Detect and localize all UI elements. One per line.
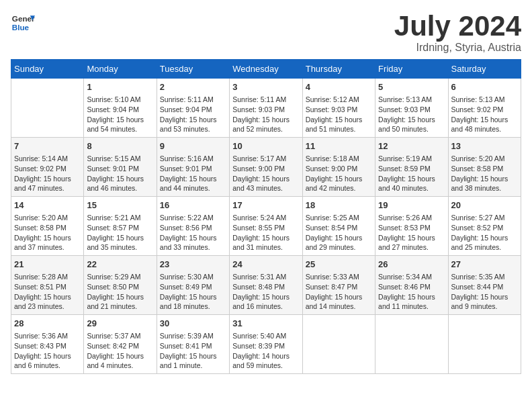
day-info-line: Sunset: 9:03 PM: [232, 105, 299, 115]
day-info-line: and 4 minutes.: [87, 361, 153, 371]
day-info-line: and 18 minutes.: [160, 302, 226, 312]
day-info-line: Sunset: 8:55 PM: [232, 223, 299, 233]
calendar-cell: 30Sunrise: 5:39 AMSunset: 8:41 PMDayligh…: [157, 314, 229, 373]
day-info-line: and 25 minutes.: [451, 242, 518, 253]
calendar-cell: 6Sunrise: 5:13 AMSunset: 9:02 PMDaylight…: [448, 79, 521, 138]
day-info-line: Daylight: 15 hours: [306, 174, 372, 184]
day-info-line: Daylight: 15 hours: [378, 292, 445, 302]
calendar-cell: [302, 314, 375, 373]
day-info-line: Sunset: 9:01 PM: [87, 164, 153, 174]
day-info-line: Sunset: 8:43 PM: [14, 341, 81, 351]
day-info-line: Sunrise: 5:24 AM: [232, 213, 299, 223]
calendar-cell: 9Sunrise: 5:16 AMSunset: 9:01 PMDaylight…: [157, 138, 229, 197]
day-info-line: Daylight: 15 hours: [451, 292, 518, 302]
day-info-line: Sunrise: 5:34 AM: [378, 272, 445, 282]
day-info-line: Daylight: 15 hours: [232, 292, 299, 302]
day-number: 26: [378, 259, 445, 271]
day-info-line: Sunset: 8:58 PM: [14, 223, 81, 233]
day-info-line: and 59 minutes.: [232, 361, 299, 371]
day-info-line: Daylight: 15 hours: [378, 174, 445, 184]
day-number: 6: [451, 81, 518, 93]
day-info-line: Daylight: 15 hours: [378, 233, 445, 243]
day-number: 29: [87, 318, 153, 330]
day-info-line: Sunrise: 5:13 AM: [451, 95, 518, 105]
calendar-cell: [448, 314, 521, 373]
day-info-line: Sunrise: 5:17 AM: [232, 154, 299, 164]
day-number: 5: [378, 81, 445, 93]
day-info-line: Sunset: 9:04 PM: [160, 105, 226, 115]
calendar-cell: 10Sunrise: 5:17 AMSunset: 9:00 PMDayligh…: [230, 138, 302, 197]
calendar-cell: 17Sunrise: 5:24 AMSunset: 8:55 PMDayligh…: [230, 197, 302, 256]
day-info-line: and 37 minutes.: [14, 242, 81, 253]
logo: General Blue: [11, 11, 35, 35]
day-info-line: Sunrise: 5:14 AM: [14, 154, 81, 164]
day-info-line: and 46 minutes.: [87, 183, 153, 193]
day-info-line: Sunrise: 5:29 AM: [87, 272, 153, 282]
day-number: 11: [306, 140, 372, 152]
day-info-line: Sunset: 9:03 PM: [306, 105, 372, 115]
weekday-header: Thursday: [302, 60, 375, 79]
day-info-line: Sunset: 8:59 PM: [378, 164, 445, 174]
day-info-line: Sunset: 8:58 PM: [451, 164, 518, 174]
page-header: General Blue July 2024 Irdning, Styria, …: [11, 11, 521, 54]
day-info-line: Daylight: 15 hours: [160, 292, 226, 302]
day-info-line: Sunset: 9:04 PM: [87, 105, 153, 115]
day-number: 3: [232, 81, 299, 93]
day-number: 25: [306, 259, 372, 271]
day-number: 27: [451, 259, 518, 271]
day-info-line: Sunset: 9:02 PM: [451, 105, 518, 115]
day-info-line: Daylight: 15 hours: [451, 174, 518, 184]
day-info-line: and 27 minutes.: [378, 242, 445, 253]
calendar-cell: 7Sunrise: 5:14 AMSunset: 9:02 PMDaylight…: [11, 138, 84, 197]
day-info-line: and 38 minutes.: [451, 183, 518, 193]
calendar-cell: 4Sunrise: 5:12 AMSunset: 9:03 PMDaylight…: [302, 79, 375, 138]
day-info-line: and 21 minutes.: [87, 302, 153, 312]
day-info-line: Sunrise: 5:25 AM: [306, 213, 372, 223]
day-info-line: Sunset: 9:00 PM: [306, 164, 372, 174]
day-info-line: Daylight: 15 hours: [232, 233, 299, 243]
day-info-line: and 11 minutes.: [378, 302, 445, 312]
day-info-line: Daylight: 15 hours: [160, 174, 226, 184]
day-info-line: Daylight: 15 hours: [14, 351, 81, 361]
day-info-line: Sunrise: 5:16 AM: [160, 154, 226, 164]
day-info-line: Daylight: 15 hours: [87, 233, 153, 243]
day-info-line: Sunrise: 5:21 AM: [87, 213, 153, 223]
day-number: 13: [451, 140, 518, 152]
calendar-week-row: 1Sunrise: 5:10 AMSunset: 9:04 PMDaylight…: [11, 79, 521, 138]
calendar-cell: 5Sunrise: 5:13 AMSunset: 9:03 PMDaylight…: [375, 79, 448, 138]
day-info-line: Sunrise: 5:20 AM: [14, 213, 81, 223]
calendar-cell: 28Sunrise: 5:36 AMSunset: 8:43 PMDayligh…: [11, 314, 84, 373]
day-info-line: and 50 minutes.: [378, 124, 445, 134]
calendar-cell: 25Sunrise: 5:33 AMSunset: 8:47 PMDayligh…: [302, 256, 375, 315]
day-info-line: and 33 minutes.: [160, 242, 226, 253]
day-number: 10: [232, 140, 299, 152]
day-info-line: Sunrise: 5:33 AM: [306, 272, 372, 282]
day-info-line: Sunrise: 5:36 AM: [14, 331, 81, 341]
calendar-cell: 27Sunrise: 5:35 AMSunset: 8:44 PMDayligh…: [448, 256, 521, 315]
day-info-line: Daylight: 15 hours: [232, 174, 299, 184]
day-number: 4: [306, 81, 372, 93]
day-number: 9: [160, 140, 226, 152]
day-number: 2: [160, 81, 226, 93]
day-info-line: Sunset: 8:47 PM: [306, 282, 372, 292]
weekday-header: Wednesday: [230, 60, 302, 79]
day-info-line: Daylight: 15 hours: [306, 292, 372, 302]
day-info-line: Sunset: 8:50 PM: [87, 282, 153, 292]
weekday-header: Saturday: [448, 60, 521, 79]
day-info-line: Daylight: 14 hours: [232, 351, 299, 361]
calendar-week-row: 21Sunrise: 5:28 AMSunset: 8:51 PMDayligh…: [11, 256, 521, 315]
day-info-line: Sunset: 8:49 PM: [160, 282, 226, 292]
calendar-cell: [375, 314, 448, 373]
day-info-line: Sunset: 8:53 PM: [378, 223, 445, 233]
day-info-line: and 29 minutes.: [306, 242, 372, 253]
day-info-line: Sunset: 9:03 PM: [378, 105, 445, 115]
day-info-line: and 1 minute.: [160, 361, 226, 371]
day-info-line: Sunrise: 5:31 AM: [232, 272, 299, 282]
day-info-line: Daylight: 15 hours: [232, 115, 299, 125]
day-number: 16: [160, 199, 226, 212]
calendar-cell: 12Sunrise: 5:19 AMSunset: 8:59 PMDayligh…: [375, 138, 448, 197]
day-number: 21: [14, 259, 81, 271]
weekday-header: Tuesday: [157, 60, 229, 79]
calendar-cell: 11Sunrise: 5:18 AMSunset: 9:00 PMDayligh…: [302, 138, 375, 197]
day-info-line: Sunrise: 5:40 AM: [232, 331, 299, 341]
